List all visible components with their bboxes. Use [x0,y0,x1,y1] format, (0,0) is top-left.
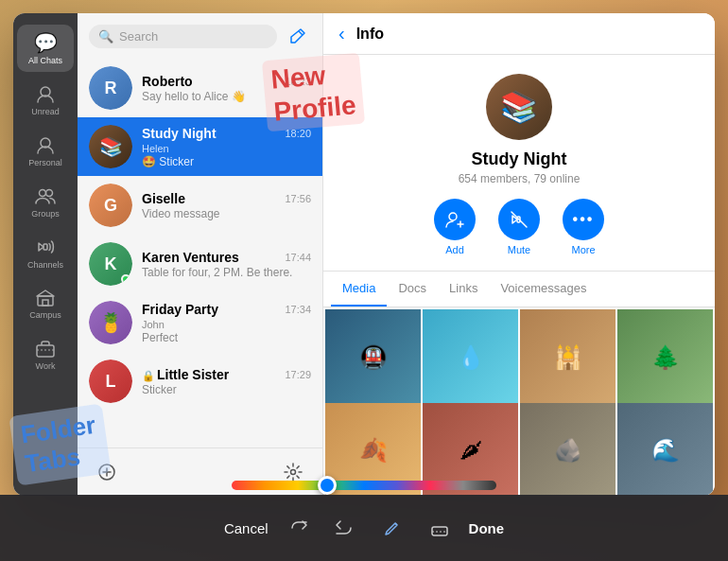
sidebar-label-channels: Channels [27,261,63,271]
media-thumb-7[interactable]: 🪨 [520,403,615,497]
tab-media[interactable]: Media [331,272,387,307]
done-button[interactable]: Done [450,520,524,536]
svg-point-8 [291,470,296,475]
compose-button[interactable] [285,23,311,49]
svg-point-2 [40,189,46,196]
avatar-giselle: G [89,184,132,227]
group-profile: 📚 Study Night 654 members, 79 online Add… [323,55,715,272]
tab-links[interactable]: Links [438,272,489,307]
media-thumb-3[interactable]: 🕌 [520,309,615,405]
chat-item-karen[interactable]: K Karen Ventures 17:44 Table for four, 2… [78,235,322,293]
svg-rect-6 [43,300,48,306]
chat-time-roberto: 18:23 [285,76,311,87]
eraser-button[interactable] [429,517,450,538]
back-button[interactable]: ‹ [338,23,345,44]
mute-label: Mute [508,244,530,255]
media-thumb-4[interactable]: 🌲 [617,309,713,405]
personal-icon [33,132,58,157]
sidebar-label-all-chats: All Chats [28,57,62,66]
undo-button[interactable] [335,517,355,538]
sidebar: 💬 All Chats Unread Personal Groups Ch [13,13,78,496]
chat-preview-study-night: Helen🤩 Sticker [142,142,311,168]
action-buttons: Add Mute ••• More [434,199,604,255]
sidebar-item-groups[interactable]: Groups [17,178,74,225]
channels-icon [33,235,58,259]
add-label: Add [445,244,464,255]
chat-name-roberto: Roberto [142,74,193,89]
chat-info-friday-party: Friday Party 17:34 JohnPerfect [142,302,311,344]
chat-info-study-night: Study Night 18:20 Helen🤩 Sticker [142,126,311,168]
chat-time-karen: 17:44 [285,252,311,263]
bottom-toolbar: Cancel Done [0,495,728,561]
mute-button[interactable]: Mute [498,199,540,255]
sidebar-label-groups: Groups [31,210,60,219]
media-thumb-2[interactable]: 💧 [423,309,518,405]
chat-list: R Roberto 18:23 Say hello to Alice 👋 📚 [78,59,322,447]
chat-item-little-sister[interactable]: L 🔒Little Sister 17:29 Sticker [78,352,322,411]
more-icon: ••• [563,199,604,240]
groups-icon [33,184,58,208]
sidebar-item-unread[interactable]: Unread [17,76,74,123]
sidebar-label-work: Work [36,362,56,372]
color-slider-container [232,481,496,490]
info-header: ‹ Info [323,13,715,55]
avatar-study-night: 📚 [89,125,132,168]
avatar-little-sister: L [89,359,132,403]
chat-name-study-night: Study Night [142,126,217,141]
chat-preview-roberto: Say hello to Alice 👋 [142,90,311,103]
cancel-button[interactable]: Cancel [205,520,287,536]
app-window: 💬 All Chats Unread Personal Groups Ch [13,13,715,496]
color-slider-thumb[interactable] [318,476,337,495]
add-icon [434,199,476,240]
work-icon [33,336,58,360]
more-button[interactable]: ••• More [563,199,604,255]
campus-icon [33,285,58,309]
group-meta: 654 members, 79 online [459,172,581,185]
chat-info-giselle: Giselle 17:56 Video message [142,191,311,220]
avatar-friday-party: 🍍 [89,301,132,344]
group-avatar: 📚 [486,74,552,140]
chat-preview-giselle: Video message [142,207,311,220]
media-thumb-8[interactable]: 🌊 [617,403,713,497]
unread-icon [33,81,58,106]
svg-rect-7 [37,345,54,357]
svg-rect-4 [43,244,47,250]
color-slider-track[interactable] [232,481,496,490]
more-label: More [571,244,595,255]
sidebar-item-campus[interactable]: Campus [17,279,74,326]
new-chat-icon[interactable] [93,458,121,486]
info-title: Info [356,26,384,43]
online-indicator [121,274,130,284]
add-button[interactable]: Add [434,199,476,255]
search-bar[interactable]: 🔍 Search [89,25,277,48]
chat-item-roberto[interactable]: R Roberto 18:23 Say hello to Alice 👋 [78,59,322,117]
chat-name-little-sister: 🔒Little Sister [142,367,229,382]
sidebar-item-channels[interactable]: Channels [17,229,74,276]
chat-item-study-night[interactable]: 📚 Study Night 18:20 Helen🤩 Sticker [78,117,322,176]
redo-button[interactable] [287,517,308,538]
svg-point-3 [46,189,53,196]
svg-rect-5 [38,296,53,306]
chat-name-karen: Karen Ventures [142,250,239,265]
chat-info-little-sister: 🔒Little Sister 17:29 Sticker [142,367,311,396]
sidebar-item-work[interactable]: Work [17,330,74,377]
media-grid: 🚇 💧 🕌 🌲 🍂 [323,307,715,496]
all-chats-icon: 💬 [33,30,58,55]
chat-time-giselle: 17:56 [285,193,311,204]
chat-item-friday-party[interactable]: 🍍 Friday Party 17:34 JohnPerfect [78,293,322,352]
svg-line-11 [511,212,527,227]
group-name: Study Night [472,149,567,169]
tab-voicemessages[interactable]: Voicemessages [489,272,598,307]
tab-docs[interactable]: Docs [387,272,438,307]
chat-time-study-night: 18:20 [285,128,311,139]
sidebar-label-personal: Personal [28,159,62,168]
pen-button[interactable] [382,517,403,538]
chat-name-friday-party: Friday Party [142,302,218,317]
media-thumb-1[interactable]: 🚇 [325,309,421,405]
sidebar-item-all-chats[interactable]: 💬 All Chats [17,25,74,72]
chat-time-friday-party: 17:34 [285,304,311,315]
sidebar-item-personal[interactable]: Personal [17,127,74,174]
mute-icon [498,199,540,240]
chat-preview-friday-party: JohnPerfect [142,318,311,344]
chat-item-giselle[interactable]: G Giselle 17:56 Video message [78,176,322,235]
